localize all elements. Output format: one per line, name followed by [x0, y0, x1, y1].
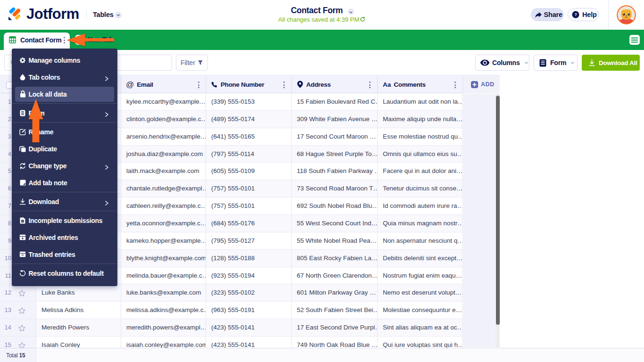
- svg-text:?: ?: [574, 12, 577, 17]
